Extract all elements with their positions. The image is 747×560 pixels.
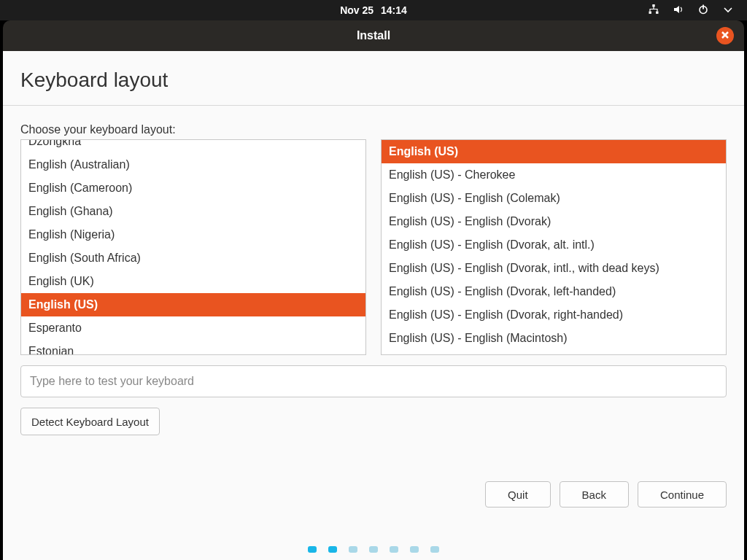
keyboard-layout-list[interactable]: DzongkhaEnglish (Australian)English (Cam… <box>20 139 366 355</box>
keyboard-test-input[interactable] <box>20 365 727 397</box>
instruction-label: Choose your keyboard layout: <box>20 123 727 136</box>
variant-item[interactable]: English (US) - English (Dvorak) <box>382 210 726 233</box>
window-title: Install <box>357 29 390 42</box>
variant-item[interactable]: English (US) - English (Dvorak, intl., w… <box>382 257 726 280</box>
installer-window: Keyboard layout Choose your keyboard lay… <box>3 51 744 560</box>
layout-item[interactable]: English (UK) <box>21 270 365 293</box>
close-button[interactable] <box>716 27 734 44</box>
variant-item[interactable]: English (US) - English (Dvorak, left-han… <box>382 280 726 303</box>
step-dot <box>328 546 337 553</box>
volume-icon[interactable] <box>673 4 684 18</box>
step-dot <box>430 546 439 553</box>
clock[interactable]: Nov 25 14:14 <box>340 4 407 16</box>
step-dot <box>390 546 398 553</box>
layout-item[interactable]: English (Ghana) <box>21 200 365 223</box>
svg-rect-2 <box>656 11 658 13</box>
close-icon <box>721 29 729 42</box>
step-dot <box>349 546 357 553</box>
date-label: Nov 25 <box>340 4 374 16</box>
back-button[interactable]: Back <box>560 481 629 508</box>
step-dot <box>308 546 317 553</box>
layout-item[interactable]: English (US) <box>21 293 365 316</box>
variant-item[interactable]: English (US) <box>382 140 726 163</box>
system-top-bar: Nov 25 14:14 <box>0 0 747 20</box>
variant-item[interactable]: English (US) - English (US, alt. intl.) <box>382 350 726 355</box>
window-titlebar: Install <box>3 20 744 51</box>
network-icon[interactable] <box>648 4 659 18</box>
detect-keyboard-button[interactable]: Detect Keyboard Layout <box>20 408 160 435</box>
layout-item[interactable]: English (Cameroon) <box>21 176 365 200</box>
layout-item[interactable]: English (Australian) <box>21 153 365 176</box>
quit-button[interactable]: Quit <box>485 481 551 508</box>
progress-stepper <box>308 546 439 553</box>
time-label: 14:14 <box>381 4 407 16</box>
power-icon[interactable] <box>697 4 709 18</box>
variant-item[interactable]: English (US) - English (Macintosh) <box>382 327 726 350</box>
layout-item[interactable]: English (South Africa) <box>21 246 365 270</box>
keyboard-variant-list[interactable]: English (US)English (US) - CherokeeEngli… <box>381 139 727 355</box>
variant-item[interactable]: English (US) - English (Dvorak, right-ha… <box>382 303 726 327</box>
variant-item[interactable]: English (US) - English (Dvorak, alt. int… <box>382 233 726 257</box>
continue-button[interactable]: Continue <box>638 481 727 508</box>
svg-rect-4 <box>703 4 704 9</box>
layout-item[interactable]: Dzongkha <box>21 139 365 153</box>
layout-item[interactable]: Esperanto <box>21 316 365 340</box>
chevron-down-icon[interactable] <box>722 4 734 18</box>
step-dot <box>410 546 419 553</box>
layout-item[interactable]: English (Nigeria) <box>21 223 365 246</box>
variant-item[interactable]: English (US) - Cherokee <box>382 163 726 187</box>
page-title: Keyboard layout <box>20 69 727 92</box>
svg-rect-0 <box>652 4 654 7</box>
layout-item[interactable]: Estonian <box>21 340 365 355</box>
step-dot <box>369 546 378 553</box>
svg-rect-1 <box>649 11 651 13</box>
variant-item[interactable]: English (US) - English (Colemak) <box>382 187 726 210</box>
